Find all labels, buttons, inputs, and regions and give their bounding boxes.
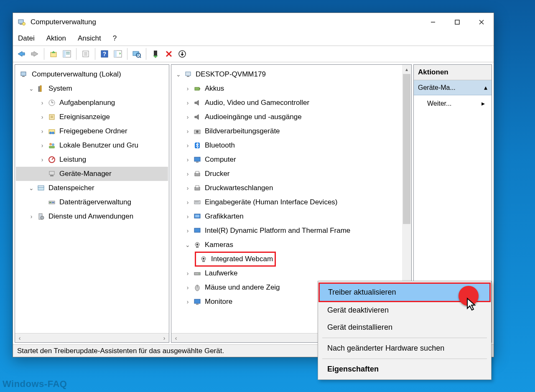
menu-action[interactable]: Aktion (46, 34, 66, 43)
scrollbar-horizontal[interactable]: ‹› (15, 333, 169, 342)
tree-root[interactable]: Computerverwaltung (Lokal) (16, 67, 168, 81)
help-button[interactable]: ? (99, 48, 110, 60)
svg-rect-54 (38, 186, 44, 187)
expand-icon[interactable]: › (184, 298, 191, 305)
svg-point-59 (41, 216, 44, 219)
storage-icon (36, 183, 46, 193)
forward-button[interactable] (29, 48, 41, 60)
svg-rect-80 (195, 215, 199, 217)
device-display-adapters[interactable]: ›Grafikkarten (172, 209, 402, 224)
svg-rect-13 (66, 52, 70, 53)
menu-file[interactable]: Datei (18, 34, 35, 43)
device-hid[interactable]: ›Eingabegeräte (Human Interface Devices) (172, 195, 402, 209)
svg-rect-63 (199, 88, 200, 89)
monitor-icon (192, 226, 202, 236)
bluetooth-icon (192, 140, 202, 150)
expand-icon[interactable]: › (184, 284, 191, 291)
menu-view[interactable]: Ansicht (78, 34, 101, 43)
close-button[interactable] (469, 13, 494, 31)
device-audio-io[interactable]: ›Audioeingänge und -ausgänge (172, 110, 402, 124)
tree-system[interactable]: ⌄ System (16, 81, 168, 96)
ctx-properties[interactable]: Eigenschaften (319, 361, 490, 378)
users-icon (47, 140, 57, 150)
svg-marker-94 (467, 298, 475, 310)
show-hide-tree-button[interactable] (61, 48, 73, 60)
svg-rect-48 (49, 146, 55, 148)
scan-hardware-button[interactable] (131, 48, 143, 60)
device-imaging[interactable]: ›Bildverarbeitungsgeräte (172, 124, 402, 138)
collapse-icon[interactable]: ⌄ (175, 71, 182, 78)
tree-local-users[interactable]: ›Lokale Benutzer und Gru (16, 138, 168, 153)
device-computer[interactable]: ›Computer (172, 153, 402, 167)
expand-icon[interactable]: › (184, 199, 191, 206)
collapse-icon[interactable]: ⌄ (28, 185, 35, 191)
tree-event-viewer[interactable]: ›Ereignisanzeige (16, 110, 168, 124)
back-button[interactable] (15, 48, 27, 60)
app-icon (17, 18, 26, 27)
device-printers[interactable]: ›Drucker (172, 167, 402, 181)
separator (322, 359, 487, 359)
device-batteries[interactable]: ›Akkus (172, 81, 402, 96)
svg-rect-52 (50, 175, 54, 176)
up-button[interactable] (48, 48, 59, 60)
expand-icon[interactable]: › (184, 128, 191, 135)
collapse-icon[interactable]: ⌄ (184, 242, 191, 248)
expand-icon[interactable]: › (38, 99, 46, 106)
expand-icon[interactable]: › (184, 99, 191, 106)
expand-icon[interactable]: › (184, 156, 191, 163)
refresh-button[interactable] (112, 48, 124, 60)
device-print-queues[interactable]: ›Druckwarteschlangen (172, 181, 402, 195)
svg-rect-34 (22, 76, 25, 77)
expand-icon[interactable]: › (38, 142, 46, 149)
tree-disk-mgmt[interactable]: ›Datenträgerverwaltung (16, 195, 168, 209)
menu-help[interactable]: ? (113, 34, 117, 43)
watermark: Windows-FAQ (3, 379, 67, 389)
tree-services-apps[interactable]: ›Dienste und Anwendungen (16, 209, 168, 224)
svg-rect-33 (21, 72, 26, 76)
expand-icon[interactable]: › (184, 114, 191, 120)
maximize-button[interactable] (445, 13, 469, 31)
uninstall-device-button[interactable] (163, 48, 175, 60)
device-root[interactable]: ⌄DESKTOP-QVMM179 (172, 67, 402, 81)
collapse-icon[interactable]: ⌄ (28, 85, 35, 92)
expand-icon[interactable]: › (184, 85, 191, 92)
expand-icon[interactable]: › (38, 114, 46, 120)
expand-icon[interactable]: › (184, 171, 191, 177)
expand-icon[interactable]: › (184, 270, 191, 277)
expand-icon[interactable]: › (184, 142, 191, 149)
svg-rect-62 (195, 87, 199, 90)
expand-icon[interactable]: › (184, 227, 191, 234)
expand-icon[interactable]: › (184, 185, 191, 191)
drive-icon (192, 268, 202, 278)
minimize-button[interactable] (421, 13, 445, 31)
properties-button[interactable] (80, 48, 92, 60)
device-cameras[interactable]: ⌄Kameras (172, 238, 402, 252)
tree-device-manager[interactable]: ›Geräte-Manager (16, 167, 168, 181)
svg-point-83 (196, 244, 198, 245)
tree-storage[interactable]: ⌄Datenspeicher (16, 181, 168, 195)
actions-category[interactable]: Geräte-Ma...▴ (414, 80, 492, 95)
tree-performance[interactable]: ›Leistung (16, 153, 168, 167)
device-integrated-webcam[interactable]: Integrated Webcam (172, 252, 402, 266)
tree-shared-folders[interactable]: ›Freigegebene Ordner (16, 124, 168, 138)
submenu-icon: ▸ (482, 99, 485, 107)
console-tree[interactable]: Computerverwaltung (Lokal) ⌄ System ›Auf… (15, 65, 169, 333)
tree-task-scheduler[interactable]: ›Aufgabenplanung (16, 96, 168, 110)
shared-folder-icon (47, 126, 57, 136)
device-bluetooth[interactable]: ›Bluetooth (172, 138, 402, 153)
ctx-uninstall-device[interactable]: Gerät deinstallieren (319, 319, 490, 336)
expand-icon[interactable]: › (184, 213, 191, 220)
ctx-scan-hardware[interactable]: Nach geänderter Hardware suchen (319, 340, 490, 357)
enable-device-button[interactable] (150, 48, 161, 60)
svg-rect-4 (455, 20, 459, 24)
device-intel-dptf[interactable]: ›Intel(R) Dynamic Platform and Thermal F… (172, 224, 402, 238)
titlebar[interactable]: Computerverwaltung (13, 13, 494, 31)
expand-icon[interactable]: › (28, 213, 35, 220)
device-audio-video[interactable]: ›Audio, Video und Gamecontroller (172, 96, 402, 110)
device-disk-drives[interactable]: ›Laufwerke (172, 266, 402, 280)
svg-rect-57 (52, 202, 54, 203)
update-driver-button[interactable] (176, 48, 188, 60)
actions-more[interactable]: Weiter...▸ (414, 95, 492, 112)
expand-icon[interactable]: › (38, 128, 46, 135)
expand-icon[interactable]: › (38, 156, 46, 163)
